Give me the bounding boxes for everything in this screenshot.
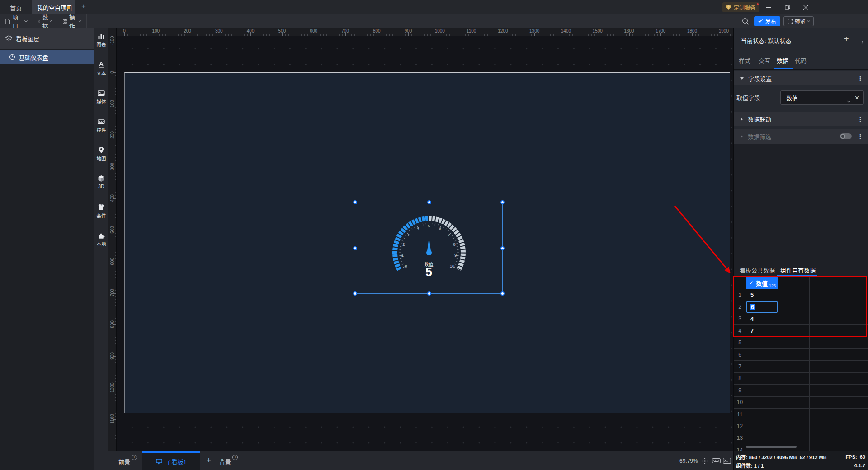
table-cell-empty[interactable]: [810, 432, 841, 444]
search-button[interactable]: [742, 18, 749, 25]
table-cell-empty[interactable]: [841, 432, 868, 444]
toolbox-chart[interactable]: 图表: [94, 33, 108, 47]
table-cell-empty[interactable]: [810, 420, 841, 432]
toolbox-local[interactable]: 本地: [94, 232, 108, 246]
column-header-empty[interactable]: [810, 277, 841, 289]
vip-service-button[interactable]: 定制服务: [722, 2, 760, 12]
toolbox-widget[interactable]: 控件: [94, 118, 108, 132]
gauge-component-selection[interactable]: 012345678910 数值 5: [355, 202, 503, 294]
tab-style[interactable]: 样式: [739, 56, 750, 65]
section-data-filter[interactable]: 数据筛选 ⋮: [734, 129, 868, 144]
tab-interaction[interactable]: 交互: [759, 56, 770, 65]
menu-project[interactable]: 项目: [0, 14, 33, 28]
table-cell-value[interactable]: [746, 349, 778, 361]
resize-handle-top-middle[interactable]: [427, 200, 431, 204]
project-tab[interactable]: 我的空白项目: [32, 0, 75, 14]
tab-board-public-data[interactable]: 看板公共数据: [740, 266, 775, 274]
preview-button[interactable]: 预览: [783, 16, 814, 26]
add-board-button[interactable]: +: [204, 456, 213, 465]
clear-field-button[interactable]: ✕: [854, 94, 859, 101]
shortcut-keys-button[interactable]: [712, 457, 721, 464]
table-cell-empty[interactable]: [841, 420, 868, 432]
add-foreground-icon[interactable]: +: [132, 455, 137, 460]
table-cell-empty[interactable]: [778, 301, 810, 313]
table-cell-empty[interactable]: [778, 337, 810, 349]
add-background-icon[interactable]: +: [232, 455, 238, 460]
table-cell-empty[interactable]: [778, 313, 810, 325]
table-cell-empty[interactable]: [810, 301, 841, 313]
background-button[interactable]: 背景 +: [219, 457, 231, 466]
foreground-button[interactable]: 前景 +: [118, 457, 130, 466]
value-field-select[interactable]: 数值 ✕: [780, 90, 864, 105]
table-cell-empty[interactable]: [810, 349, 841, 361]
table-cell-empty[interactable]: [778, 373, 810, 385]
table-cell-value[interactable]: 7: [746, 325, 778, 337]
toolbox-kit[interactable]: 套件: [94, 203, 108, 218]
resize-handle-bottom-left[interactable]: [353, 291, 357, 296]
resize-handle-middle-right[interactable]: [500, 246, 505, 250]
table-cell-empty[interactable]: [778, 349, 810, 361]
table-cell-value[interactable]: [746, 420, 778, 432]
toolbox-text[interactable]: 文本: [94, 61, 108, 75]
layer-item-gauge[interactable]: 基础仪表盘: [0, 50, 94, 64]
table-cell-empty[interactable]: [778, 409, 810, 420]
table-cell-empty[interactable]: [810, 361, 841, 372]
table-cell-empty[interactable]: [810, 325, 841, 337]
table-cell-empty[interactable]: [841, 313, 868, 325]
design-canvas[interactable]: 0100200300400500600700800900100011001200…: [108, 28, 733, 451]
table-cell-value[interactable]: [746, 397, 778, 409]
table-cell-empty[interactable]: [778, 432, 810, 444]
tab-component-own-data[interactable]: 组件自有数据: [780, 266, 816, 274]
minimize-button[interactable]: [761, 1, 776, 14]
table-cell-value[interactable]: [746, 432, 778, 444]
close-button[interactable]: [798, 1, 813, 14]
expand-states-button[interactable]: [861, 38, 863, 45]
resize-handle-top-left[interactable]: [353, 200, 357, 204]
table-cell-value[interactable]: [746, 373, 778, 385]
table-cell-empty[interactable]: [810, 385, 841, 396]
table-cell-empty[interactable]: [778, 397, 810, 409]
console-button[interactable]: [723, 457, 731, 464]
table-cell-empty[interactable]: [778, 361, 810, 372]
table-cell-value[interactable]: [746, 337, 778, 349]
tab-data[interactable]: 数据: [777, 56, 788, 65]
table-cell-empty[interactable]: [841, 349, 868, 361]
table-cell-empty[interactable]: [810, 373, 841, 385]
table-cell-empty[interactable]: [810, 313, 841, 325]
table-cell-empty[interactable]: [841, 337, 868, 349]
table-cell-empty[interactable]: [778, 325, 810, 337]
table-cell-empty[interactable]: [778, 420, 810, 432]
table-cell-value[interactable]: [746, 385, 778, 396]
toolbox-map[interactable]: 地图: [94, 146, 108, 161]
table-cell-value[interactable]: [746, 409, 778, 420]
toolbox-media[interactable]: 媒体: [94, 89, 108, 104]
table-cell-empty[interactable]: [778, 289, 810, 301]
tab-code[interactable]: 代码: [795, 56, 807, 65]
section-data-linkage[interactable]: 数据联动 ⋮: [734, 112, 868, 126]
table-cell-empty[interactable]: [841, 385, 868, 396]
menu-data[interactable]: 数据: [33, 14, 57, 28]
zoom-percentage[interactable]: 69.79%: [679, 458, 698, 464]
section-field-settings[interactable]: 字段设置 ⋮: [734, 71, 868, 85]
table-cell-value[interactable]: 4: [746, 313, 778, 325]
maximize-button[interactable]: [780, 1, 795, 14]
toolbox-3d[interactable]: 3D: [94, 175, 108, 189]
table-cell-empty[interactable]: [810, 409, 841, 420]
table-cell-empty[interactable]: [841, 301, 868, 313]
resize-handle-middle-left[interactable]: [353, 246, 357, 250]
board-tab-active[interactable]: 子看板1: [142, 451, 200, 470]
table-cell-empty[interactable]: [778, 385, 810, 396]
publish-button[interactable]: 发布: [754, 16, 780, 26]
table-cell-empty[interactable]: [841, 289, 868, 301]
kebab-menu-icon[interactable]: ⋮: [857, 75, 863, 82]
resize-handle-bottom-right[interactable]: [500, 291, 505, 296]
table-scrollbar-thumb[interactable]: [746, 446, 797, 448]
table-cell-empty[interactable]: [841, 397, 868, 409]
table-cell-empty[interactable]: [841, 325, 868, 337]
column-header-empty[interactable]: [841, 277, 868, 289]
column-header-empty[interactable]: [778, 277, 810, 289]
table-cell-empty[interactable]: [810, 337, 841, 349]
resize-handle-top-right[interactable]: [500, 200, 505, 204]
resize-handle-bottom-middle[interactable]: [427, 291, 431, 296]
kebab-menu-icon[interactable]: ⋮: [857, 116, 863, 123]
